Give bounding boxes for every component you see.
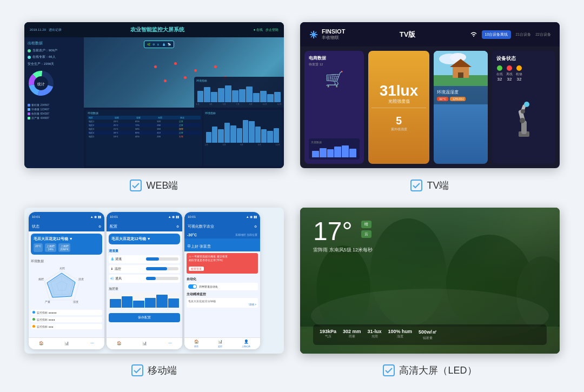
phone-2-nav-chart[interactable]: 📊 — [142, 341, 147, 346]
phone-2-irrigation-slider[interactable] — [146, 257, 178, 261]
phone-3-monitor-area: 主动精准监控 毛豆大豆花龙12分钟稳 详情 > — [184, 292, 260, 308]
led-stats-row: 193kPa 气压 302 mm 雨量 31-lux 光照 100% hum — [313, 324, 547, 345]
phone-1-nav-more[interactable]: ⋯ — [90, 341, 94, 346]
phone-1-nav-home[interactable]: 🏠 — [39, 341, 44, 346]
phone-3-settings-icon[interactable]: ⚙ — [254, 224, 257, 228]
phone-2-nav-more[interactable]: ⋯ — [168, 341, 172, 346]
tv-device-title: 设备状态 — [496, 55, 551, 62]
phone-2-fan-label: 💨 通风 — [110, 276, 122, 281]
phone-3-alert-text: ⚠ 一号罐管温超出阈值 建议检查相应管道是否存在正常(TFN) — [189, 255, 256, 262]
phone-3-greeting: 早上好 张富贵 — [187, 244, 211, 248]
finsiot-logo-icon — [309, 30, 318, 39]
phone-3-temp: -30°C — [187, 233, 197, 237]
phone-2-temp-row: 🌡 温控 — [109, 265, 180, 273]
phone-2-nav-home[interactable]: 🏠 — [117, 341, 122, 346]
list-dot-2 — [32, 318, 35, 321]
svg-rect-6 — [130, 180, 141, 191]
led-buttons: 晴 云 — [361, 221, 371, 238]
phone-2-settings-area: 灌溉量 💧 灌溉 🌡 温控 — [107, 247, 182, 287]
phone-2-header-title: 配置 — [110, 224, 117, 229]
phone-3-nav-home[interactable]: 🏠首页 — [194, 340, 199, 348]
phone-2-temp-slider[interactable] — [146, 267, 178, 270]
phone-2-settings-icon[interactable]: ⚙ — [176, 224, 179, 228]
tv-temp-badges: 32°C 12%RH — [437, 97, 485, 101]
svg-rect-40 — [132, 365, 143, 376]
tv-ecommerce-mini: 月度数据 — [309, 138, 360, 160]
phone-3-toggle-label: 开闸管道自动化 — [199, 285, 218, 288]
tv-nav: 10台设备离线 21台设备 22台设备 — [470, 30, 551, 39]
tv-divider — [371, 108, 426, 108]
phone-3-time: 10:01 — [188, 215, 196, 218]
tv-env-card: 环境温湿度 32°C 12%RH — [434, 51, 488, 164]
web-chart-title-1: 环境数据 — [88, 111, 201, 115]
main-grid: 2019.11.20 进出记录 农业智能监控大屏系统 ● 在线 步止登陆 出租数… — [0, 0, 584, 392]
svg-text:统计: 统计 — [37, 82, 45, 86]
tv-temp-badge: 32°C — [437, 97, 448, 101]
led-stat-radiation: 500w/㎡ 辐射量 — [419, 329, 437, 341]
led-stat-humidity-label: 湿度 — [388, 334, 413, 339]
tv-nav-active[interactable]: 10台设备离线 — [482, 30, 512, 39]
tv-env-scene — [434, 51, 488, 86]
web-label: WEB端 — [146, 179, 178, 192]
tv-version: TV版 — [400, 30, 416, 39]
led-stat-light-value: 31-lux — [368, 329, 382, 334]
phone-2-save-button[interactable]: 保存配置 — [109, 313, 180, 322]
phone-1-header-title: 状态 — [32, 224, 39, 229]
led-btn-2: 云 — [361, 230, 371, 238]
tv-uv-value: 5 — [396, 115, 402, 127]
tv-label: TV端 — [427, 179, 449, 192]
phone-3-monitor-row: 毛豆大豆花龙12分钟稳 详情 > — [187, 298, 258, 308]
led-stat-radiation-label: 辐射量 — [419, 336, 437, 341]
tv-device-online-count: 32 — [496, 77, 503, 82]
phone-2-irrigation-title: 灌溉量 — [109, 249, 180, 254]
phone-1-stat-row: 20°C 上施肥24% 上施肥20NPK — [34, 243, 99, 252]
tv-env-info: 环境温湿度 32°C 12%RH — [434, 86, 488, 104]
tv-ecommerce-card: 电商数据 待发货 12 🛒 月度数据 — [304, 51, 364, 164]
phone-2-body: 毛豆大豆花龙12号稳 ▼ 灌溉量 💧 灌溉 — [107, 231, 182, 337]
map-dot-3 — [194, 69, 197, 72]
svg-text:施肥: 施肥 — [38, 277, 44, 281]
phone-3-location: 东南地区 当前位置 — [235, 233, 257, 236]
map-dot-6 — [214, 65, 217, 68]
phone-3-info-bar: -30°C 东南地区 当前位置 — [184, 231, 260, 238]
phone-3-toggle[interactable] — [188, 284, 197, 289]
phone-1-nav-chart[interactable]: 📊 — [64, 341, 69, 346]
tv-nav-1: 21台设备 — [515, 32, 531, 37]
svg-rect-18 — [458, 72, 463, 78]
phone-3-nav-more[interactable]: 👤上报记录 — [242, 340, 250, 348]
tv-device-offline: 离线 32 — [506, 65, 513, 82]
tv-device-offline-count: 32 — [506, 77, 513, 82]
map-dot-2 — [174, 62, 177, 65]
mobile-screen-wrapper: 10:01 ▲ ◉ ▮▮ 状态 ⚙ 毛豆大豆花龙12号稳 ▼ 2 — [24, 203, 284, 359]
phone-1-settings-icon[interactable]: ⚙ — [98, 224, 101, 228]
svg-point-14 — [450, 53, 466, 62]
svg-rect-26 — [411, 180, 422, 191]
phone-3-bottom-nav: 🏠首页 📊监控 👤上报记录 — [184, 337, 260, 349]
tv-logo-text: FINSIOT — [322, 28, 345, 35]
phone-3-nav-chart[interactable]: 📊监控 — [218, 340, 223, 348]
led-check-icon — [383, 364, 395, 376]
phone-3-monitor-link[interactable]: 详情 > — [188, 303, 256, 306]
phone-3-alert-btn[interactable]: 检查管道 — [189, 267, 204, 271]
phone-3-header: 可视化数字农业 ⚙ — [184, 222, 260, 231]
led-stat-rain: 302 mm 雨量 — [343, 329, 361, 341]
tv-cart-emoji: 🛒 — [309, 70, 360, 88]
web-donut-chart: 统计 — [28, 70, 55, 97]
phone-1-list-item-1: 监控指标 ●●●●● — [31, 310, 102, 315]
phone-2-temp-label: 🌡 温控 — [110, 267, 121, 271]
phone-3-alert: ⚠ 一号罐管温超出阈值 建议检查相应管道是否存在正常(TFN) 检查管道 — [187, 253, 258, 274]
svg-text:光照: 光照 — [59, 267, 65, 270]
tv-device-repair-count: 32 — [516, 77, 522, 82]
led-btn-1: 晴 — [361, 221, 371, 228]
phone-1: 10:01 ▲ ◉ ▮▮ 状态 ⚙ 毛豆大豆花龙12号稳 ▼ 2 — [29, 212, 104, 349]
tv-device-online-label: 在线 — [496, 72, 503, 77]
phone-2-fan-slider[interactable] — [146, 277, 178, 280]
list-text-2: 监控指标 ●●●● — [37, 318, 55, 321]
web-safety: 安全生产：2356天 — [28, 62, 81, 67]
tv-device-repair-dot — [516, 65, 522, 71]
cell-tv: FINSIOT 丰收物联 TV版 10台设备离线 21台设备 — [292, 11, 568, 196]
tv-lux-value: 31lux — [380, 83, 419, 98]
tv-env-title: 环境温湿度 — [437, 89, 485, 95]
svg-text:湿度: 湿度 — [73, 300, 78, 303]
svg-point-24 — [520, 118, 525, 123]
